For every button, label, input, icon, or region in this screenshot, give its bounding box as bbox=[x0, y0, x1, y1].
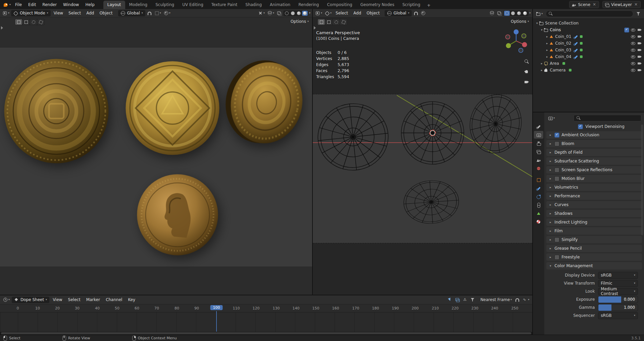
ssr-checkbox[interactable] bbox=[554, 167, 559, 173]
select-tweak-button[interactable] bbox=[318, 19, 325, 25]
eye-icon[interactable] bbox=[631, 41, 636, 46]
tab-shading[interactable]: Shading bbox=[241, 1, 266, 9]
coin-object-3[interactable] bbox=[216, 51, 312, 153]
select-tweak-button[interactable] bbox=[15, 19, 22, 25]
zoom-button[interactable] bbox=[523, 58, 530, 65]
timeline-scrollbar[interactable] bbox=[0, 332, 532, 335]
remove-view-layer-icon[interactable] bbox=[634, 2, 638, 7]
menu-help[interactable]: Help bbox=[82, 1, 97, 8]
expand-caret[interactable] bbox=[540, 68, 544, 72]
select-box-button[interactable] bbox=[325, 19, 332, 25]
shading-wireframe-button[interactable] bbox=[284, 11, 290, 16]
editor-type-button[interactable] bbox=[314, 10, 323, 16]
outliner-row-coin-04[interactable]: Coin_04 bbox=[533, 53, 644, 60]
wireframe-coin-3[interactable] bbox=[463, 88, 529, 159]
section-grease-pencil[interactable]: Grease Pencil bbox=[546, 245, 642, 252]
scrollbar-thumb[interactable] bbox=[1, 332, 531, 334]
menu-select[interactable]: Select bbox=[66, 10, 83, 16]
render-visibility-icon[interactable] bbox=[637, 54, 642, 59]
geometry-nodes-icon[interactable] bbox=[579, 54, 584, 59]
expand-caret[interactable] bbox=[545, 48, 549, 52]
select-box-button[interactable] bbox=[22, 19, 30, 25]
viewport-denoising-checkbox[interactable] bbox=[578, 124, 583, 129]
section-ambient-occlusion[interactable]: Ambient Occlusion bbox=[546, 131, 642, 139]
toolbar-expand-arrow[interactable] bbox=[314, 26, 316, 30]
shading-rendered-button[interactable] bbox=[302, 11, 308, 16]
menu-view[interactable]: View bbox=[50, 296, 64, 303]
section-subsurface-scattering[interactable]: Subsurface Scattering bbox=[546, 157, 642, 165]
expand-caret[interactable] bbox=[548, 264, 552, 267]
xray-toggle[interactable] bbox=[496, 10, 503, 16]
geometry-nodes-icon[interactable] bbox=[579, 41, 584, 46]
modifier-icon[interactable] bbox=[574, 34, 578, 39]
motion-blur-checkbox[interactable] bbox=[554, 176, 559, 181]
section-motion-blur[interactable]: Motion Blur bbox=[546, 175, 642, 182]
menu-select[interactable]: Select bbox=[66, 296, 83, 303]
menu-window[interactable]: Window bbox=[60, 1, 82, 8]
viewport-options-button[interactable]: Options bbox=[511, 19, 529, 24]
coin-object-2[interactable] bbox=[125, 61, 220, 155]
shading-solid-button[interactable] bbox=[290, 11, 296, 16]
viewport-options-button[interactable]: Options bbox=[291, 19, 309, 24]
wireframe-coin-1[interactable] bbox=[313, 98, 393, 176]
expand-caret[interactable] bbox=[548, 186, 552, 189]
properties-tab-object[interactable] bbox=[534, 176, 543, 184]
transform-orientation-selector[interactable]: Global bbox=[118, 10, 145, 16]
viewport-3d-canvas-camera[interactable]: Options Camera Perspective (100) Coins |… bbox=[313, 17, 532, 295]
blender-app-menu[interactable] bbox=[2, 1, 12, 8]
properties-tab-view-layer[interactable] bbox=[534, 148, 543, 155]
editor-type-button[interactable] bbox=[2, 10, 10, 16]
expand-caret[interactable] bbox=[548, 142, 552, 145]
outliner-row-coin-01[interactable]: Coin_01 bbox=[533, 33, 644, 40]
properties-tab-render[interactable] bbox=[534, 131, 543, 139]
select-lasso-button[interactable] bbox=[37, 19, 44, 25]
exposure-slider[interactable]: 0.000 bbox=[598, 296, 638, 303]
geometry-nodes-icon[interactable] bbox=[579, 34, 584, 39]
camera-data-icon[interactable] bbox=[568, 68, 573, 72]
expand-caret[interactable] bbox=[548, 229, 552, 233]
exclude-checkbox[interactable] bbox=[624, 28, 629, 33]
outliner-row-coins[interactable]: Coins bbox=[533, 27, 644, 33]
snap-toggle[interactable] bbox=[412, 10, 419, 16]
menu-render[interactable]: Render bbox=[39, 1, 60, 8]
xray-toggle[interactable] bbox=[276, 10, 283, 16]
editor-type-button[interactable] bbox=[535, 11, 544, 17]
timeline-ruler[interactable]: 0 10 20 30 40 50 60 70 80 90 100 110 120… bbox=[0, 304, 532, 312]
outliner-row-area[interactable]: Area bbox=[533, 60, 644, 67]
bloom-checkbox[interactable] bbox=[554, 141, 559, 146]
add-workspace-button[interactable]: + bbox=[424, 1, 433, 9]
eye-icon[interactable] bbox=[631, 28, 636, 32]
properties-tab-modifiers[interactable] bbox=[534, 184, 543, 192]
outliner-search[interactable] bbox=[546, 10, 633, 17]
section-shadows[interactable]: Shadows bbox=[546, 210, 642, 217]
toolbar-expand-arrow[interactable] bbox=[1, 26, 3, 30]
properties-tab-object-data[interactable] bbox=[534, 209, 543, 217]
shading-material-button[interactable] bbox=[296, 11, 302, 16]
view-transform-dropdown[interactable]: Filmic bbox=[598, 280, 638, 287]
tab-geometry-nodes[interactable]: Geometry Nodes bbox=[356, 1, 398, 9]
tab-compositing[interactable]: Compositing bbox=[323, 1, 356, 9]
section-simplify[interactable]: Simplify bbox=[546, 236, 642, 243]
snap-target-selector[interactable] bbox=[153, 10, 162, 16]
timeline-tracks[interactable] bbox=[0, 312, 532, 335]
properties-tab-material[interactable] bbox=[534, 218, 543, 226]
select-circle-button[interactable] bbox=[333, 19, 340, 25]
section-film[interactable]: Film bbox=[546, 227, 642, 235]
simplify-checkbox[interactable] bbox=[554, 237, 559, 242]
expand-caret[interactable] bbox=[548, 203, 552, 206]
ambient-occlusion-checkbox[interactable] bbox=[554, 133, 559, 138]
render-visibility-icon[interactable] bbox=[637, 68, 642, 72]
eye-icon[interactable] bbox=[631, 68, 636, 72]
transform-orientation-selector[interactable]: Global bbox=[385, 10, 411, 16]
current-frame-indicator[interactable]: 100 bbox=[210, 305, 223, 310]
render-visibility-icon[interactable] bbox=[637, 41, 642, 46]
shading-rendered-button[interactable] bbox=[522, 11, 528, 16]
properties-search[interactable] bbox=[574, 115, 641, 121]
light-data-icon[interactable] bbox=[561, 61, 566, 66]
outliner-filter-button[interactable] bbox=[635, 11, 642, 17]
view-layer-selector[interactable]: ViewLayer bbox=[602, 1, 641, 8]
filter-button[interactable] bbox=[469, 297, 476, 303]
shading-solid-button[interactable] bbox=[510, 11, 516, 16]
wireframe-coin-4[interactable] bbox=[401, 178, 462, 227]
expand-caret[interactable] bbox=[540, 28, 544, 32]
